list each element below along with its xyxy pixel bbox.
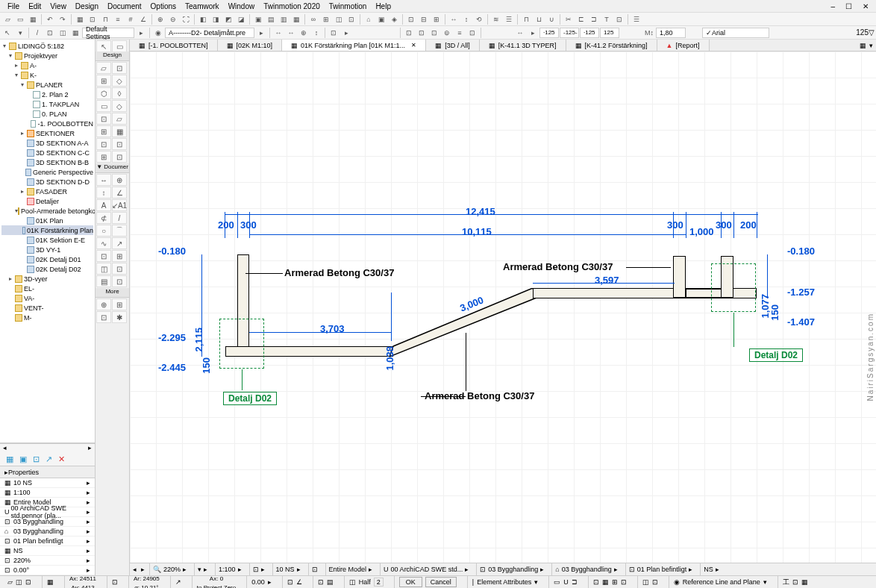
tool[interactable]: ⊡ [112, 138, 127, 150]
tab[interactable]: ▦ [02K M1:10] [218, 40, 283, 51]
elem-attr-label[interactable]: Element Attributes [477, 578, 531, 586]
dim-icon[interactable]: ↕ [310, 27, 322, 39]
half-num[interactable]: 2 [374, 578, 384, 587]
design-header[interactable]: Design [96, 51, 129, 61]
zoom-out-icon[interactable]: ⊖ [167, 13, 179, 25]
font-combo[interactable]: ✓ Arial [702, 28, 769, 38]
tb-icon[interactable]: ⊡ [466, 27, 478, 39]
tab-close-icon[interactable]: ✕ [411, 42, 416, 49]
tool-icon[interactable]: / [31, 27, 43, 39]
tab-new-icon[interactable]: ▦ [860, 42, 866, 49]
tree-item-active[interactable]: 01K Förstärkning Plan [1, 225, 93, 235]
tb-icon[interactable]: ≋ [490, 13, 502, 25]
tb-icon[interactable]: ⊡ [613, 13, 625, 25]
tree-item[interactable]: ▾Projektvyer [1, 51, 93, 60]
refline-label[interactable]: Reference Line and Plane [683, 578, 760, 586]
val-box[interactable]: -125- [560, 28, 579, 38]
tool[interactable]: ⊡ [96, 138, 111, 150]
tool[interactable]: ⊡ [96, 113, 111, 125]
icon[interactable]: ↗ [175, 578, 181, 586]
arrow-tool[interactable]: ↖ [96, 40, 111, 52]
tb-icon[interactable]: ☰ [503, 13, 515, 25]
tab-menu-icon[interactable]: ▾ [869, 42, 873, 49]
tree-item[interactable]: 3D VY-1 [1, 245, 93, 254]
tree-item[interactable]: VENT- [1, 303, 93, 313]
icon[interactable]: 工 [783, 578, 789, 587]
zoom-in-icon[interactable]: ⊕ [154, 13, 166, 25]
dropdown-icon[interactable]: ▸ [340, 27, 352, 39]
tree-item[interactable]: 02K Detalj D02 [1, 264, 93, 274]
action-icon[interactable]: ▣ [19, 454, 27, 464]
tb-icon[interactable]: ▤ [265, 13, 277, 25]
dim-icon[interactable]: ↔ [272, 27, 284, 39]
dropdown-icon[interactable]: ▸ [614, 566, 618, 573]
tb-icon[interactable]: ⊔ [533, 13, 545, 25]
tree-item[interactable]: ▾Pool-Armerade betongkons [1, 206, 93, 216]
menu-file[interactable]: File [3, 2, 24, 10]
scroll-right-icon[interactable]: ▸ [88, 444, 92, 452]
tree-item[interactable]: EL- [1, 284, 93, 293]
tool[interactable]: ⬡ [96, 87, 111, 99]
prop-row[interactable]: ▦1:100▸ [0, 488, 95, 498]
tool[interactable]: ∠ [112, 187, 127, 198]
pen-val[interactable]: 00 ArchiCAD SWE std... [391, 566, 463, 573]
mode-icon[interactable]: ⊡ [25, 578, 31, 586]
icon[interactable]: ⊡ [621, 578, 627, 586]
tb-icon[interactable]: ◨ [210, 13, 222, 25]
ruler-icon[interactable]: ≡ [112, 13, 124, 25]
icon[interactable]: ⊡ [593, 578, 599, 586]
tree-item[interactable]: 1. TAKPLAN [1, 99, 93, 109]
tool-icon[interactable]: ◫ [57, 27, 69, 39]
dropdown-icon[interactable]: ▸ [297, 566, 301, 573]
tab[interactable]: ▲ [Report] [657, 40, 710, 51]
icon[interactable]: U [563, 578, 569, 586]
prop-row[interactable]: ⊡220%▸ [0, 556, 95, 566]
scroll-left-icon[interactable]: ◂ [3, 444, 7, 452]
ok-button[interactable]: OK [399, 577, 422, 587]
opt-icon[interactable]: ⌂ [555, 566, 559, 573]
tb-icon[interactable]: ⊡ [416, 27, 428, 39]
tree-item[interactable]: 0. PLAN [1, 109, 93, 119]
tb-icon[interactable]: ▦ [290, 13, 302, 25]
scale-input[interactable]: 1,80 [656, 28, 686, 38]
tb-icon[interactable]: ⟲ [473, 13, 485, 25]
tree-item[interactable]: ▸SEKTIONER [1, 128, 93, 138]
opt-icon[interactable]: ⊡ [312, 566, 318, 573]
mvo-val[interactable]: 03 Bygghandling [488, 566, 538, 573]
tb-icon[interactable]: ⊟ [418, 13, 430, 25]
redo-icon[interactable]: ↷ [57, 13, 69, 25]
action-icon[interactable]: ▦ [6, 454, 13, 464]
dropdown-icon[interactable]: ▸ [255, 27, 267, 39]
dropdown-icon[interactable]: ▸ [238, 566, 242, 573]
circle-tool[interactable]: ○ [96, 225, 111, 237]
save-icon[interactable]: ▦ [27, 13, 39, 25]
mvo-val[interactable]: 01 Plan befintligt [637, 566, 687, 573]
zoom-val[interactable]: 220% [163, 566, 181, 573]
dim-icon[interactable]: ↔ [285, 27, 297, 39]
tree-item[interactable]: ▾PLANER [1, 80, 93, 90]
arc-tool[interactable]: ⌒ [112, 225, 127, 237]
undo-icon[interactable]: ↶ [44, 13, 56, 25]
tb-icon[interactable]: ⊡ [328, 27, 340, 39]
mvo-val[interactable]: 03 Bygghandling [562, 566, 612, 573]
tool[interactable]: ⊕ [96, 298, 111, 310]
wifi-icon[interactable]: ⊚ [441, 27, 453, 39]
arrow-icon[interactable]: ↖ [1, 27, 13, 39]
tb-icon[interactable]: ⊡ [345, 13, 357, 25]
tree-item[interactable]: ▾K- [1, 70, 93, 80]
tb-icon[interactable]: ◧ [197, 13, 209, 25]
link-icon[interactable]: ∞ [307, 13, 319, 25]
icon[interactable]: ⊡ [287, 578, 293, 586]
tree-item[interactable]: ▸A- [1, 60, 93, 70]
icon[interactable]: ▦ [602, 578, 609, 586]
tree-item[interactable]: ▸FASADER [1, 187, 93, 196]
line-tool[interactable]: / [112, 212, 127, 224]
mode-icon[interactable]: ▱ [7, 578, 13, 586]
tool[interactable]: ◫ [96, 263, 111, 275]
icon[interactable]: ⊐ [572, 578, 578, 586]
tool[interactable]: ▦ [112, 125, 127, 137]
tb-icon[interactable]: ≡ [454, 27, 466, 39]
tree-item[interactable]: ▸3D-vyer [1, 274, 93, 284]
icon[interactable]: ▤ [327, 578, 334, 586]
nav-prev-icon[interactable]: ◂ [133, 566, 137, 573]
